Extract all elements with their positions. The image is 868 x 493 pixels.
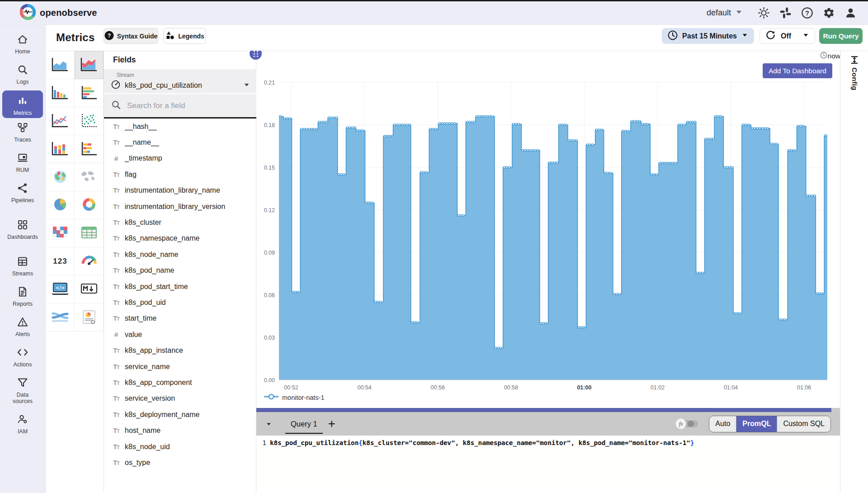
chart-type-sankey[interactable] xyxy=(46,303,75,332)
chart-type-scatter[interactable] xyxy=(75,107,104,135)
sidebar-item-metrics[interactable]: Metrics xyxy=(2,90,43,118)
field-item-start_time[interactable]: TTstart_time xyxy=(104,311,256,327)
caret-down-icon xyxy=(741,32,748,40)
fields-panel-title: Fields xyxy=(113,55,136,65)
field-item-instrumentation_library_version[interactable]: TTinstrumentation_library_version xyxy=(104,199,256,214)
sidebar-item-logs[interactable]: Logs xyxy=(0,60,45,90)
sidebar-item-rum[interactable]: RUM xyxy=(0,148,45,179)
text-field-icon: TT xyxy=(111,427,121,434)
text-field-icon: TT xyxy=(111,299,121,306)
sidebar-item-dashboards[interactable]: Dashboards xyxy=(0,215,45,252)
help-icon[interactable]: ? xyxy=(801,7,813,19)
chart-type-line[interactable] xyxy=(46,107,75,135)
sidebar-item-pipelines[interactable]: Pipelines xyxy=(0,179,45,215)
pie-chart-icon xyxy=(49,196,71,215)
legends-button[interactable]: Legends xyxy=(163,28,206,44)
field-item-k8s_node_name[interactable]: TTk8s_node_name xyxy=(104,246,256,262)
light-mode-icon[interactable] xyxy=(758,7,770,19)
field-item-__hash__[interactable]: TT__hash__ xyxy=(104,119,256,134)
slack-icon[interactable] xyxy=(779,7,792,19)
field-item-k8s_namespace_name[interactable]: TTk8s_namespace_name xyxy=(104,231,256,246)
chart-legend-item[interactable]: monitor-nats-1 xyxy=(264,393,324,402)
reports-icon xyxy=(17,286,28,299)
field-item-k8s_pod_name[interactable]: TTk8s_pod_name xyxy=(104,263,256,279)
geomap-chart-icon xyxy=(49,168,71,187)
chart-type-area-stacked[interactable] xyxy=(75,51,104,79)
field-item-k8s_pod_start_time[interactable]: TTk8s_pod_start_time xyxy=(104,279,256,294)
field-item-host_name[interactable]: TThost_name xyxy=(104,422,256,438)
add-query-button[interactable]: + xyxy=(328,419,335,428)
field-item-instrumentation_library_name[interactable]: TTinstrumentation_library_name xyxy=(104,183,256,199)
auto-refresh-button[interactable]: Off xyxy=(760,28,815,44)
field-item-k8s_cluster[interactable]: TTk8s_cluster xyxy=(104,214,256,230)
organization-select[interactable]: default xyxy=(707,8,743,18)
splitter-bar[interactable] xyxy=(256,408,840,412)
query-mode-promql[interactable]: PromQL xyxy=(736,416,777,432)
sidebar-item-alerts[interactable]: Alerts xyxy=(0,313,45,343)
bar-chart-icon xyxy=(49,84,71,103)
metrics-step-area-chart[interactable]: 0.000.030.060.090.120.150.180.2100:5200:… xyxy=(256,51,840,403)
user-profile-icon[interactable] xyxy=(844,7,857,19)
collapse-query-icon[interactable] xyxy=(266,421,272,427)
chart-type-pie[interactable] xyxy=(46,191,75,219)
html-chart-icon: </> xyxy=(49,280,71,299)
chart-type-maps[interactable] xyxy=(75,163,104,191)
sidebar-item-traces[interactable]: Traces xyxy=(0,118,45,148)
field-item-service_name[interactable]: TTservice_name xyxy=(104,359,256,374)
chart-type-h-bar[interactable] xyxy=(75,79,104,107)
field-item-k8s_deployment_name[interactable]: TTk8s_deployment_name xyxy=(104,407,256,422)
chart-type-heatmap[interactable] xyxy=(46,219,75,247)
sidebar-item-data-sources[interactable]: Datasources xyxy=(0,373,45,410)
sidebar-item-streams[interactable]: Streams xyxy=(0,252,45,282)
field-item-k8s_pod_uid[interactable]: TTk8s_pod_uid xyxy=(104,294,256,310)
query-mode-custom-sql[interactable]: Custom SQL xyxy=(777,416,830,432)
chart-type-area[interactable] xyxy=(46,51,75,79)
query-tab[interactable]: Query 1 xyxy=(285,412,323,436)
legend-series-icon xyxy=(264,393,279,402)
vrl-function-toggle[interactable]: fx xyxy=(675,418,701,429)
query-editor[interactable]: 1 k8s_pod_cpu_utilization{k8s_cluster="c… xyxy=(256,436,840,493)
chart-type-html[interactable]: </> xyxy=(46,275,75,303)
chart-type-donut[interactable] xyxy=(75,191,104,219)
chart-type-custom-chart[interactable] xyxy=(75,303,104,332)
field-item-value[interactable]: #value xyxy=(104,327,256,342)
chart-type-gauge[interactable] xyxy=(75,247,104,275)
chart-type-h-stacked[interactable] xyxy=(75,135,104,163)
window-top-edge xyxy=(0,0,868,1)
config-label: Config xyxy=(850,67,859,90)
sidebar-item-home[interactable]: Home xyxy=(0,30,45,60)
sidebar-item-label: Logs xyxy=(16,79,28,85)
stream-select[interactable]: Stream k8s_pod_cpu_utilization xyxy=(104,69,256,93)
sidebar-item-iam[interactable]: IAM xyxy=(0,410,45,440)
field-item-k8s_app_component[interactable]: TTk8s_app_component xyxy=(104,374,256,390)
field-item-service_version[interactable]: TTservice_version xyxy=(104,391,256,407)
field-item-flag[interactable]: TTflag xyxy=(104,166,256,182)
field-item-_timestamp[interactable]: #_timestamp xyxy=(104,151,256,166)
field-item-k8s_app_instance[interactable]: TTk8s_app_instance xyxy=(104,342,256,358)
chart-type-stacked[interactable] xyxy=(46,135,75,163)
text-field-icon: TT xyxy=(111,379,121,386)
chart-type-table[interactable] xyxy=(75,219,104,247)
field-search-input[interactable] xyxy=(127,101,249,110)
field-item-__name__[interactable]: TT__name__ xyxy=(104,134,256,150)
time-range-button[interactable]: Past 15 Minutes xyxy=(662,28,754,44)
settings-gear-icon[interactable] xyxy=(823,7,835,19)
chart-type-geomap[interactable] xyxy=(46,163,75,191)
sidebar-item-actions[interactable]: Actions xyxy=(0,343,45,373)
sidebar-item-label: Datasources xyxy=(13,392,33,404)
sidebar-item-reports[interactable]: Reports xyxy=(0,282,45,313)
chart-type-markdown[interactable] xyxy=(75,275,104,303)
maps-chart-icon xyxy=(78,168,100,187)
config-toggle[interactable]: Config xyxy=(850,56,859,90)
chart-type-selector: 123</> xyxy=(46,51,104,493)
chart-type-metric-text[interactable]: 123 xyxy=(46,247,75,275)
run-query-button[interactable]: Run Query xyxy=(819,28,863,44)
field-item-os_type[interactable]: TTos_type xyxy=(104,455,256,470)
chart-type-bar[interactable] xyxy=(46,79,75,107)
field-item-k8s_node_uid[interactable]: TTk8s_node_uid xyxy=(104,439,256,455)
brand[interactable]: openobserve xyxy=(20,4,97,22)
area-stacked-chart-icon xyxy=(78,56,100,75)
stream-select-label: Stream xyxy=(117,72,134,78)
query-mode-auto[interactable]: Auto xyxy=(709,416,736,432)
syntax-guide-button[interactable]: ? Syntax Guide xyxy=(104,28,158,44)
